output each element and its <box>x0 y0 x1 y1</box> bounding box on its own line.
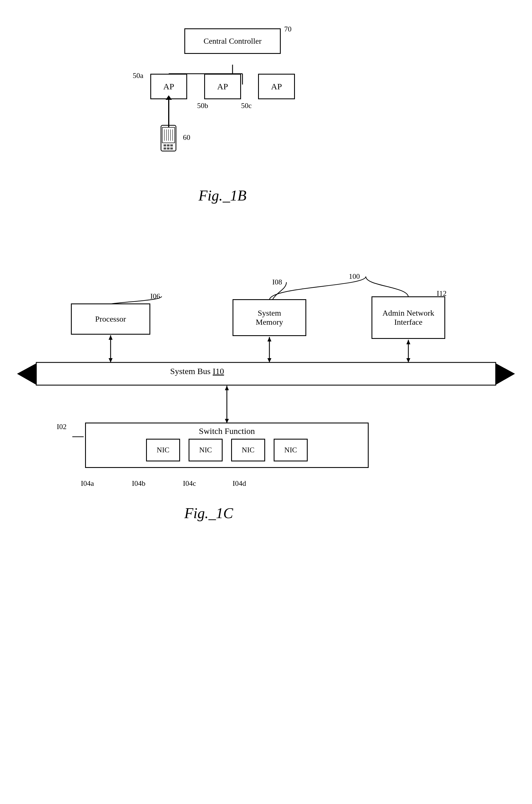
label-70: 70 <box>284 25 291 34</box>
nic-label-4: NIC <box>284 446 297 454</box>
svg-rect-8 <box>167 145 170 146</box>
ap-label-3: AP <box>271 82 282 91</box>
svg-marker-26 <box>406 358 410 362</box>
ap-label-1: AP <box>163 82 174 91</box>
admin-ni-label: Admin Network Interface <box>372 309 444 327</box>
nic-box-3: NIC <box>231 439 265 461</box>
fig1c-diagram: 100 I08 I06 I12 Processor SystemMemory A… <box>0 255 532 766</box>
label-104c: I04c <box>183 479 196 488</box>
svg-marker-27 <box>17 363 37 385</box>
ap-label-2: AP <box>217 82 228 91</box>
svg-rect-9 <box>170 145 173 146</box>
processor-label: Processor <box>95 314 126 324</box>
label-108: I08 <box>272 278 282 286</box>
label-104b: I04b <box>132 479 146 488</box>
svg-rect-11 <box>167 148 170 150</box>
nic-label-2: NIC <box>200 446 212 454</box>
page: 70 Central Controller AP AP AP 50a 50b 5… <box>0 0 532 804</box>
fig1c-connectors <box>0 255 532 539</box>
svg-marker-28 <box>495 363 515 385</box>
nic-row: NIC NIC NIC NIC <box>89 439 365 464</box>
central-controller-box: Central Controller <box>184 28 281 54</box>
label-50a: 50a <box>133 72 144 80</box>
label-104a: I04a <box>81 479 94 488</box>
processor-box: Processor <box>71 303 150 334</box>
svg-marker-31 <box>225 386 229 390</box>
system-memory-label: SystemMemory <box>256 309 283 327</box>
label-100: 100 <box>349 272 360 281</box>
system-bus-num: I10 <box>213 366 224 376</box>
svg-marker-22 <box>267 337 271 342</box>
nic-box-1: NIC <box>146 439 180 461</box>
svg-marker-19 <box>109 335 113 340</box>
ap-box-2: AP <box>204 74 241 99</box>
svg-marker-25 <box>406 340 410 344</box>
admin-ni-box: Admin Network Interface <box>372 296 445 339</box>
nic-label-1: NIC <box>157 446 170 454</box>
fig1b-diagram: 70 Central Controller AP AP AP 50a 50b 5… <box>0 11 532 233</box>
label-106: I06 <box>150 292 160 301</box>
mobile-phone-icon <box>159 125 179 153</box>
svg-rect-7 <box>164 145 166 146</box>
system-memory-box: SystemMemory <box>232 299 306 336</box>
label-104d: I04d <box>232 479 246 488</box>
svg-rect-12 <box>170 148 173 150</box>
label-102: I02 <box>57 423 66 431</box>
fig1b-caption: Fig._1B <box>198 187 246 204</box>
svg-rect-29 <box>36 362 496 385</box>
nic-box-2: NIC <box>189 439 223 461</box>
system-bus-label: System Bus I10 <box>170 366 224 376</box>
label-60: 60 <box>183 133 190 142</box>
arrow-mobile-to-ap <box>168 99 169 128</box>
ap-row: AP AP AP <box>150 74 295 99</box>
switch-function-label: Switch Function <box>89 426 365 436</box>
ap-box-3: AP <box>258 74 295 99</box>
label-50b: 50b <box>197 101 208 110</box>
svg-rect-10 <box>164 148 166 150</box>
fig1c-caption: Fig._1C <box>184 505 233 521</box>
label-50c: 50c <box>241 101 252 110</box>
nic-box-4: NIC <box>274 439 308 461</box>
switch-function-container: Switch Function NIC NIC NIC NIC <box>85 423 369 468</box>
central-controller-label: Central Controller <box>204 37 262 46</box>
svg-marker-23 <box>267 358 271 362</box>
nic-label-3: NIC <box>242 446 255 454</box>
system-bus-text: System Bus <box>170 366 211 376</box>
svg-marker-20 <box>109 358 113 362</box>
switch-function-box: Switch Function NIC NIC NIC NIC <box>85 423 369 468</box>
